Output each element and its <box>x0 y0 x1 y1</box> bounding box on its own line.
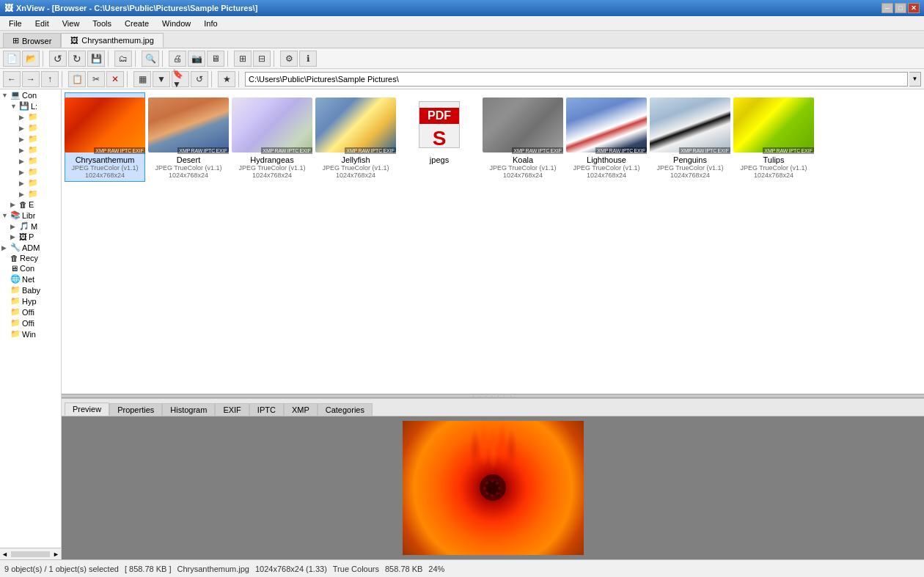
preview-tab-properties[interactable]: Properties <box>109 403 162 416</box>
sidebar-item-office1[interactable]: 📁 Offi <box>0 306 61 317</box>
thumb-type-desert: JPEG TrueColor (v1.1) <box>155 164 221 172</box>
menu-create[interactable]: Create <box>119 18 155 29</box>
sidebar-item-win[interactable]: 📁 Win <box>0 328 61 339</box>
win-icon: 📁 <box>10 329 21 339</box>
file-item-koala[interactable]: XMPRAWIPTCEXIF Koala JPEG TrueColor (v1.… <box>483 92 563 182</box>
forward-button[interactable]: → <box>22 71 40 87</box>
sidebar-item-sub6[interactable]: ▶ 📁 <box>18 166 61 177</box>
sidebar-item-baby[interactable]: 📁 Baby <box>0 284 61 295</box>
folder6-icon: 📁 <box>28 167 38 177</box>
thumb-badges-tulips: XMPRAWIPTCEXIF <box>763 147 814 154</box>
scan-button[interactable]: 📷 <box>188 51 205 67</box>
preview-tab-xmp[interactable]: XMP <box>284 403 318 416</box>
new-button[interactable]: 📄 <box>3 51 21 67</box>
up-button[interactable]: ↑ <box>41 71 59 87</box>
file-item-jpegs[interactable]: PDF S jpegs <box>399 92 480 182</box>
nav-sep4 <box>238 71 242 87</box>
sidebar-item-office2[interactable]: 📁 Offi <box>0 317 61 328</box>
file-item-jellyfish[interactable]: XMPRAWIPTCEXIF Jellyfish JPEG TrueColor … <box>315 92 396 182</box>
minimize-button[interactable]: ─ <box>881 3 893 13</box>
sidebar-item-sub1[interactable]: ▶ 📁 <box>18 111 61 122</box>
layout2-button[interactable]: ⊟ <box>253 51 271 67</box>
file-item-desert[interactable]: XMPRAWIPTCEXIF Desert JPEG TrueColor (v1… <box>148 92 229 182</box>
menu-file[interactable]: File <box>3 18 28 29</box>
sidebar-item-sub3[interactable]: ▶ 📁 <box>18 133 61 144</box>
refresh-button[interactable]: ↺ <box>49 51 67 67</box>
preview-tab-iptc[interactable]: IPTC <box>249 403 284 416</box>
adm-label: ADM <box>22 243 40 252</box>
flower-svg <box>403 421 584 555</box>
sidebar-item-sub2[interactable]: ▶ 📁 <box>18 122 61 133</box>
menu-info[interactable]: Info <box>198 18 223 29</box>
file-item-hydrangeas[interactable]: XMPRAWIPTCEXIF Hydrangeas JPEG TrueColor… <box>232 92 312 182</box>
sidebar-item-recyclebin[interactable]: ▶ 🗑 E <box>9 199 61 210</box>
preview-tab-exif[interactable]: EXIF <box>215 403 249 416</box>
menu-tools[interactable]: Tools <box>87 18 117 29</box>
filter-dropdown[interactable]: 🔖▼ <box>172 71 189 87</box>
app-logo-icon: 🖼 <box>4 3 13 13</box>
file-item-tulips[interactable]: XMPRAWIPTCEXIF Tulips JPEG TrueColor (v1… <box>733 92 814 182</box>
address-dropdown[interactable]: ▼ <box>909 72 921 87</box>
sidebar-scroll-right[interactable]: ► <box>51 551 61 558</box>
thumb-size-chrysanthemum: 1024x768x24 <box>85 172 125 179</box>
preview-tab-categories[interactable]: Categories <box>318 403 373 416</box>
sidebar-item-local[interactable]: ▼ 💾 L: <box>9 100 61 111</box>
sidebar-item-sub7[interactable]: ▶ 📁 <box>18 177 61 188</box>
pictures-icon: 🖼 <box>19 232 27 241</box>
refresh-all-button[interactable]: ↻ <box>68 51 86 67</box>
svg-point-7 <box>491 494 494 497</box>
browse-button[interactable]: 🗂 <box>114 51 132 67</box>
sidebar-item-network[interactable]: 🌐 Net <box>0 273 61 284</box>
delete-button[interactable]: ✕ <box>106 71 124 87</box>
maximize-button[interactable]: □ <box>895 3 906 13</box>
sidebar-item-pictures[interactable]: ▶ 🖼 P <box>9 232 61 242</box>
sidebar-item-sub4[interactable]: ▶ 📁 <box>18 144 61 155</box>
sidebar-item-control[interactable]: 🖥 Con <box>0 263 61 273</box>
layout-button[interactable]: ⊞ <box>234 51 252 67</box>
grid-button[interactable]: ▦ <box>133 71 151 87</box>
sidebar-scroll-left[interactable]: ◄ <box>0 551 10 558</box>
sidebar-item-admtools[interactable]: ▶ 🔧 ADM <box>0 242 61 253</box>
screen-button[interactable]: 🖥 <box>207 51 224 67</box>
file-item-chrysanthemum[interactable]: XMPRAWIPTCEXIF Chrysanthemum JPEG TrueCo… <box>65 92 145 182</box>
copy-path-button[interactable]: 📋 <box>68 71 86 87</box>
sidebar-item-libraries[interactable]: ▼ 📚 Libr <box>0 210 61 221</box>
print-button[interactable]: 🖨 <box>169 51 186 67</box>
preview-tab-preview[interactable]: Preview <box>65 403 109 416</box>
computer-label: Con <box>22 91 37 100</box>
thumb-wrapper-tulips: XMPRAWIPTCEXIF <box>733 95 814 154</box>
open-button[interactable]: 📂 <box>22 51 40 67</box>
sidebar-scroll-track[interactable] <box>11 551 50 557</box>
sidebar-item-recycle2[interactable]: 🗑 Recy <box>0 253 61 263</box>
menu-window[interactable]: Window <box>156 18 197 29</box>
file-item-lighthouse[interactable]: XMPRAWIPTCEXIF Lighthouse JPEG TrueColor… <box>566 92 647 182</box>
menu-edit[interactable]: Edit <box>29 18 55 29</box>
thumb-size-tulips: 1024x768x24 <box>754 172 793 179</box>
find-button[interactable]: 🔍 <box>142 51 159 67</box>
svg-point-5 <box>498 487 501 490</box>
rotate-button[interactable]: ↺ <box>191 71 208 87</box>
sidebar-item-music[interactable]: ▶ 🎵 M <box>9 221 61 232</box>
thumb-wrapper-jellyfish: XMPRAWIPTCEXIF <box>315 95 396 154</box>
sidebar-item-sub8[interactable]: ▶ 📁 <box>18 188 61 199</box>
tab-chrysanthemum[interactable]: 🖼 Chrysanthemum.jpg <box>61 33 163 48</box>
info-button[interactable]: ℹ <box>299 51 317 67</box>
sidebar-item-hyp[interactable]: 📁 Hyp <box>0 295 61 306</box>
close-button[interactable]: ✕ <box>908 3 920 13</box>
address-bar[interactable]: C:\Users\Public\Pictures\Sample Pictures… <box>245 72 908 87</box>
recycle-icon: 🗑 <box>19 200 27 209</box>
menu-view[interactable]: View <box>56 18 86 29</box>
save-button[interactable]: 💾 <box>87 51 105 67</box>
bookmark-dropdown[interactable]: ▼ <box>153 71 170 87</box>
file-item-penguins[interactable]: XMPRAWIPTCEXIF Penguins JPEG TrueColor (… <box>650 92 730 182</box>
back-button[interactable]: ← <box>3 71 21 87</box>
tab-browser[interactable]: ⊞ Browser <box>3 33 61 48</box>
sidebar-item-computer[interactable]: ▼ 💻 Con <box>0 89 61 100</box>
star-button[interactable]: ★ <box>218 71 235 87</box>
sidebar-item-sub5[interactable]: ▶ 📁 <box>18 155 61 166</box>
preview-tab-histogram[interactable]: Histogram <box>162 403 215 416</box>
cut-button[interactable]: ✂ <box>87 71 105 87</box>
thumb-size-jellyfish: 1024x768x24 <box>336 172 375 179</box>
settings-button[interactable]: ⚙ <box>280 51 298 67</box>
thumb-image-penguins <box>650 98 730 152</box>
